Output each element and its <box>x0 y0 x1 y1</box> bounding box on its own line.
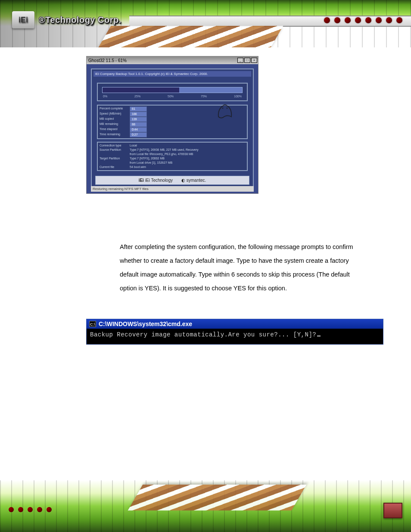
svg-point-1 <box>227 108 228 109</box>
ghost-progress-panel: 0% 25% 50% 75% 100% <box>97 83 248 101</box>
ghost-details-panel: Connection typeLocal Source PartitionTyp… <box>97 142 248 171</box>
detail-row: Target PartitionType:7 [NTFS], 20002 MB <box>100 156 245 161</box>
decor-dot <box>324 17 330 23</box>
ghost-progress-bar <box>102 87 243 93</box>
tick-50: 50% <box>168 95 174 98</box>
decor-dot <box>47 507 52 512</box>
footer-dot-row <box>9 507 52 512</box>
decor-dot <box>345 17 351 23</box>
stat-row: MB remaining88 <box>100 122 245 127</box>
ghost-progress-fill <box>103 87 179 93</box>
instruction-paragraph: After completing the system configuratio… <box>120 240 365 296</box>
page-footer-banner <box>0 480 411 532</box>
detail-row: Current file54 boot.wim <box>100 165 245 169</box>
tick-0: 0% <box>103 95 107 98</box>
ghost-mascot-icon <box>214 100 236 121</box>
tick-25: 25% <box>134 95 140 98</box>
iei-technology-logo: iEi iEi Technology <box>139 178 173 183</box>
cmd-cursor <box>317 336 321 336</box>
header-dot-row <box>324 17 402 23</box>
stat-row: Time elapsed0:44 <box>100 127 245 132</box>
svg-point-0 <box>222 108 224 109</box>
symantec-logo: ◐ symantec. <box>181 178 206 183</box>
tick-100: 100% <box>234 95 242 98</box>
cmd-title-text: C:\WINDOWS\system32\cmd.exe <box>99 320 192 327</box>
decor-dot <box>28 507 33 512</box>
decor-dot <box>9 507 14 512</box>
footer-diagonal-stripes <box>128 485 307 510</box>
close-icon[interactable]: × <box>251 58 257 63</box>
ghost-screenshot: Ghost32 11.5 - 61% _ □ × iEi Company Bac… <box>86 56 258 194</box>
cmd-screenshot: C:\ C:\WINDOWS\system32\cmd.exe Backup R… <box>86 319 383 345</box>
brand-logo-mark <box>12 11 34 28</box>
minimize-icon[interactable]: _ <box>237 58 243 63</box>
brand-logo-block: ®Technology Corp. <box>12 11 121 28</box>
detail-row: from Local file \Recovery_PE2.gho, 47693… <box>100 152 245 156</box>
decor-dot <box>37 507 42 512</box>
cmd-icon: C:\ <box>89 321 96 327</box>
detail-row: from Local drive [1], 152627 MB <box>100 161 245 165</box>
ghost-window-titlebar: Ghost32 11.5 - 61% _ □ × <box>87 56 258 64</box>
ghost-progress-ticks: 0% 25% 50% 75% 100% <box>102 95 243 98</box>
header-diagonal-stripes <box>96 26 283 47</box>
maximize-icon[interactable]: □ <box>244 58 250 63</box>
detail-row: Connection typeLocal <box>100 143 245 148</box>
brand-logo-text: ®Technology Corp. <box>39 15 121 25</box>
decor-dot <box>365 17 371 23</box>
cmd-output: Backup Recovery image automatically.Are … <box>87 329 383 344</box>
page-header-banner: ®Technology Corp. <box>0 0 411 47</box>
stat-row: Time remaining0:27 <box>100 132 245 137</box>
cmd-titlebar: C:\ C:\WINDOWS\system32\cmd.exe <box>87 319 383 329</box>
tick-75: 75% <box>201 95 207 98</box>
decor-dot <box>386 17 392 23</box>
footer-chip-icon <box>383 503 402 518</box>
detail-row: Source PartitionType:7 [NTFS], 26936 MB,… <box>100 148 245 152</box>
ghost-footer-logos: iEi iEi Technology ◐ symantec. <box>95 176 249 185</box>
ghost-window-title: Ghost32 11.5 - 61% <box>88 58 127 63</box>
decor-dot <box>334 17 340 23</box>
ghost-statusbar: Restoring remaining NTFS MFT files <box>91 186 254 192</box>
decor-dot <box>355 17 361 23</box>
decor-dot <box>376 17 382 23</box>
decor-dot <box>396 17 402 23</box>
ghost-banner-text: iEi Company Backup Tool 1.0.1. Copyright… <box>93 71 251 77</box>
decor-dot <box>18 507 23 512</box>
ghost-client-area: iEi Company Backup Tool 1.0.1. Copyright… <box>91 68 254 188</box>
cmd-line: Backup Recovery image automatically.Are … <box>90 331 316 338</box>
